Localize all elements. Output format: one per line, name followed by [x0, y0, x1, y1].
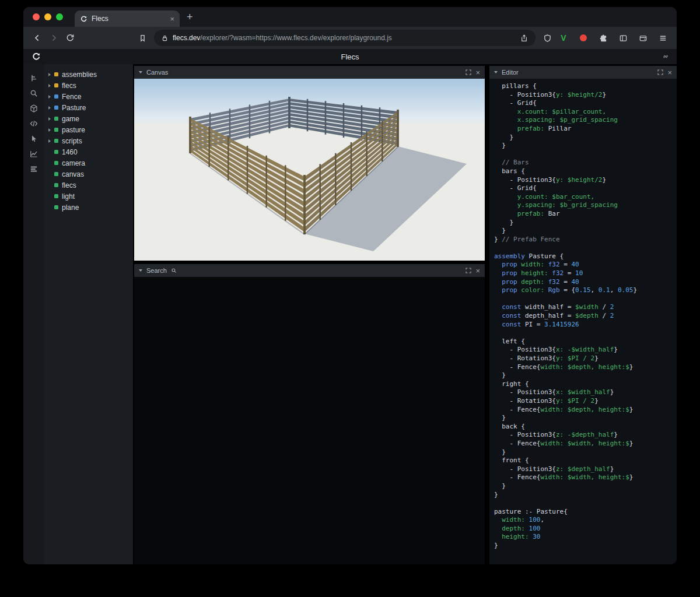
code-line: left { — [494, 338, 677, 346]
forward-button[interactable] — [46, 30, 62, 46]
entity-color-square — [54, 94, 58, 99]
collapse-chevron-icon[interactable] — [494, 71, 498, 73]
collapse-chevron-icon[interactable] — [139, 71, 142, 73]
expander-icon[interactable] — [48, 84, 54, 87]
tree-row[interactable]: assemblies — [44, 69, 133, 80]
tree-row[interactable]: Fence — [44, 91, 133, 102]
tree-label: 1460 — [62, 148, 78, 156]
canvas-panel-header: Canvas × — [134, 66, 485, 79]
url-domain: flecs.dev — [173, 34, 200, 42]
entity-color-square — [54, 139, 58, 143]
share-icon[interactable] — [520, 34, 528, 43]
reload-button[interactable] — [62, 30, 78, 46]
code-line: } — [494, 542, 677, 550]
code-line: height: 30 — [494, 533, 677, 542]
entity-color-square — [54, 128, 58, 132]
copy-link-icon[interactable] — [662, 52, 670, 61]
search-panel: Search × — [134, 264, 485, 564]
code-line: back { — [494, 423, 677, 431]
chart-icon — [29, 149, 38, 159]
entity-color-square — [54, 194, 58, 198]
code-line: depth: 100 — [494, 525, 677, 533]
entity-color-square — [54, 172, 58, 176]
close-panel-icon[interactable]: × — [475, 267, 480, 275]
url-text[interactable]: flecs.dev/explorer/?wasm=https://www.fle… — [173, 34, 392, 42]
browser-tab[interactable]: Flecs × — [75, 10, 180, 27]
code-line: const PI = 3.1415926 — [494, 321, 677, 329]
expander-icon[interactable] — [48, 95, 54, 99]
collapse-chevron-icon[interactable] — [139, 269, 142, 272]
extension-v-icon[interactable]: V — [555, 30, 572, 46]
rail-chart-button[interactable] — [26, 147, 41, 161]
rail-code-button[interactable] — [26, 117, 41, 131]
code-line: const width_half = $width / 2 — [494, 303, 677, 312]
tree-label: plane — [62, 203, 79, 212]
code-line: y.count: $bar_count, — [494, 193, 677, 202]
close-panel-icon[interactable]: × — [667, 69, 672, 76]
extension-red-icon[interactable] — [575, 30, 592, 46]
code-line: - Position3{y: $height/2} — [494, 176, 677, 185]
tab-close-icon[interactable]: × — [170, 15, 174, 23]
url-path: /explorer/?wasm=https://www.flecs.dev/ex… — [200, 34, 391, 42]
sidebar-toggle-icon[interactable] — [615, 30, 631, 46]
expander-icon[interactable] — [48, 139, 54, 143]
canvas-viewport[interactable] — [134, 79, 485, 261]
tree-row[interactable]: pasture — [44, 124, 133, 135]
search-icon — [171, 268, 177, 273]
url-bar[interactable]: flecs.dev/explorer/?wasm=https://www.fle… — [154, 30, 536, 46]
tree-label: camera — [62, 159, 85, 167]
expander-icon[interactable] — [48, 117, 54, 121]
rail-search-button[interactable] — [26, 86, 41, 100]
site-lock-icon[interactable] — [161, 34, 169, 42]
code-line: pillars { — [494, 82, 677, 91]
minimize-window-button[interactable] — [44, 13, 51, 20]
expander-icon[interactable] — [48, 128, 54, 132]
code-line: width: 100, — [494, 516, 677, 525]
new-tab-button[interactable]: + — [187, 12, 193, 22]
code-line: // Bars — [494, 159, 677, 167]
tree-row[interactable]: flecs — [44, 80, 133, 91]
tree-row[interactable]: 1460 — [44, 146, 133, 157]
tree-row[interactable]: flecs — [44, 180, 133, 191]
code-line: right { — [494, 380, 677, 389]
code-line: } // Prefab Fence — [494, 236, 677, 244]
canvas-panel: Canvas × — [134, 66, 485, 261]
fullscreen-icon[interactable] — [657, 69, 663, 75]
rail-pointer-button[interactable] — [26, 132, 41, 146]
rail-tree-button[interactable] — [26, 71, 41, 85]
entity-color-square — [54, 205, 58, 209]
rail-cube-button[interactable] — [26, 101, 41, 115]
brave-shield-icon[interactable] — [539, 30, 555, 46]
code-line: pasture :- Pasture{ — [494, 508, 677, 517]
code-line: x.spacing: $p_grid_spacing — [494, 116, 677, 125]
code-editor[interactable]: pillars { - Position3{y: $height/2} - Gr… — [489, 79, 677, 564]
close-panel-icon[interactable]: × — [475, 69, 480, 76]
close-window-button[interactable] — [33, 13, 40, 20]
extensions-puzzle-icon[interactable] — [595, 30, 611, 46]
back-button[interactable] — [29, 30, 46, 46]
bookmark-icon[interactable] — [134, 30, 150, 46]
code-line: prop depth: f32 = 40 — [494, 278, 677, 287]
tree-row[interactable]: camera — [44, 157, 133, 168]
expander-icon[interactable] — [48, 106, 54, 110]
maximize-window-button[interactable] — [56, 13, 63, 20]
tree-row[interactable]: light — [44, 191, 133, 202]
tree-row[interactable]: scripts — [44, 135, 133, 146]
wallet-icon[interactable] — [635, 30, 651, 46]
rail-memory-button[interactable] — [26, 162, 41, 176]
tree-row[interactable]: game — [44, 113, 133, 124]
entity-color-square — [54, 183, 58, 187]
panel-title: Canvas — [146, 69, 168, 76]
tree-label: pasture — [62, 126, 85, 134]
menu-button[interactable] — [654, 30, 671, 46]
code-line: prop width: f32 = 40 — [494, 261, 677, 269]
expander-icon[interactable] — [48, 73, 54, 76]
browser-window: Flecs × + flecs.dev/explorer/?wasm=https… — [23, 7, 677, 564]
fullscreen-icon[interactable] — [466, 268, 471, 273]
fullscreen-icon[interactable] — [466, 69, 471, 75]
tree-row[interactable]: Pasture — [44, 102, 133, 113]
tree-row[interactable]: plane — [44, 202, 133, 213]
cube-icon — [29, 104, 38, 113]
tree-row[interactable]: canvas — [44, 168, 133, 180]
code-line: prop height: f32 = 10 — [494, 269, 677, 278]
